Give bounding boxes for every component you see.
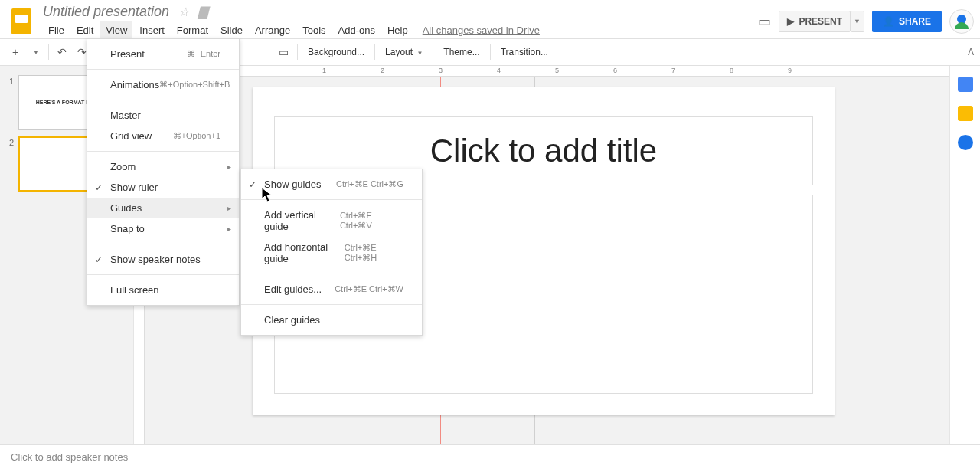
menu-tools[interactable]: Tools: [297, 21, 331, 39]
menu-animations[interactable]: Animations ⌘+Option+Shift+B: [87, 74, 239, 95]
undo-button[interactable]: ↶: [53, 43, 71, 61]
present-button[interactable]: ▶ PRESENT: [779, 11, 851, 32]
share-icon: 👤: [883, 16, 894, 27]
new-slide-button[interactable]: +: [6, 43, 24, 61]
present-dropdown[interactable]: ▼: [851, 11, 864, 32]
menu-guides[interactable]: Guides ▸: [87, 198, 239, 218]
menu-zoom[interactable]: Zoom ▸: [87, 156, 239, 177]
menu-clear-guides[interactable]: Clear guides: [241, 310, 422, 330]
menu-addons[interactable]: Add-ons: [333, 21, 381, 39]
play-icon: ▶: [787, 16, 794, 27]
horizontal-ruler: 1 1 2 3 4 5 6 7 8 9: [145, 66, 980, 77]
tasks-icon[interactable]: [958, 135, 973, 150]
menu-slide[interactable]: Slide: [215, 21, 248, 39]
separator: [241, 274, 422, 274]
menu-file[interactable]: File: [43, 21, 70, 39]
separator: [87, 69, 239, 70]
menu-arrange[interactable]: Arrange: [250, 21, 296, 39]
separator: [241, 304, 422, 305]
menu-master[interactable]: Master: [87, 105, 239, 126]
speaker-notes[interactable]: Click to add speaker notes: [0, 444, 980, 472]
layout-button[interactable]: Layout ▼: [379, 44, 429, 61]
separator: [87, 100, 239, 100]
submenu-arrow-icon: ▸: [227, 204, 231, 212]
title-area: Untitled presentation ☆ ▇ File Edit View…: [43, 4, 758, 39]
transition-button[interactable]: Transition...: [495, 44, 554, 61]
star-icon[interactable]: ☆: [178, 5, 189, 19]
menu-help[interactable]: Help: [382, 21, 413, 39]
submenu-arrow-icon: ▸: [227, 162, 231, 171]
separator: [490, 44, 491, 60]
separator: [87, 274, 239, 275]
slides-logo[interactable]: [6, 6, 37, 37]
menu-add-horizontal-guide[interactable]: Add horizontal guide Ctrl+⌘E Ctrl+⌘H: [241, 237, 422, 269]
separator: [374, 44, 375, 60]
menu-full-screen[interactable]: Full screen: [87, 280, 239, 300]
menu-edit-guides[interactable]: Edit guides... Ctrl+⌘E Ctrl+⌘W: [241, 279, 422, 300]
move-folder-icon[interactable]: ▇: [198, 5, 207, 19]
calendar-icon[interactable]: [958, 77, 973, 92]
side-panel: [949, 66, 980, 444]
header-actions: ▭ ▶ PRESENT ▼ 👤 SHARE: [758, 9, 974, 34]
menu-speaker-notes[interactable]: ✓ Show speaker notes: [87, 249, 239, 270]
guides-submenu: ✓ Show guides Ctrl+⌘E Ctrl+⌘G Add vertic…: [240, 169, 423, 336]
share-button[interactable]: 👤 SHARE: [872, 11, 942, 32]
menu-bar: File Edit View Insert Format Slide Arran…: [43, 21, 758, 39]
check-icon: ✓: [95, 182, 103, 193]
separator: [297, 44, 298, 60]
menu-insert[interactable]: Insert: [134, 21, 170, 39]
separator: [87, 151, 239, 152]
account-avatar[interactable]: [949, 9, 974, 34]
separator: [433, 44, 433, 60]
zoom-fit-button[interactable]: ▭: [274, 43, 293, 61]
submenu-arrow-icon: ▸: [227, 225, 231, 233]
separator: [48, 44, 49, 60]
document-title[interactable]: Untitled presentation: [43, 4, 169, 20]
keep-icon[interactable]: [958, 106, 973, 121]
menu-grid-view[interactable]: Grid view ⌘+Option+1: [87, 126, 239, 146]
view-dropdown: Present ⌘+Enter Animations ⌘+Option+Shif…: [87, 38, 240, 306]
check-icon: ✓: [249, 179, 256, 190]
menu-view[interactable]: View: [100, 21, 132, 39]
background-button[interactable]: Background...: [302, 44, 371, 61]
new-slide-dropdown[interactable]: ▼: [26, 46, 44, 59]
menu-show-guides[interactable]: ✓ Show guides Ctrl+⌘E Ctrl+⌘G: [241, 174, 422, 195]
menu-format[interactable]: Format: [172, 21, 214, 39]
menu-snap-to[interactable]: Snap to ▸: [87, 218, 239, 239]
menu-edit[interactable]: Edit: [71, 21, 99, 39]
collapse-toolbar-icon[interactable]: ᐱ: [968, 47, 974, 57]
theme-button[interactable]: Theme...: [437, 44, 485, 61]
menu-add-vertical-guide[interactable]: Add vertical guide Ctrl+⌘E Ctrl+⌘V: [241, 205, 422, 237]
menu-show-ruler[interactable]: ✓ Show ruler: [87, 177, 239, 198]
separator: [241, 199, 422, 200]
menu-present[interactable]: Present ⌘+Enter: [87, 44, 239, 64]
check-icon: ✓: [95, 254, 103, 265]
drive-status[interactable]: All changes saved in Drive: [423, 25, 540, 36]
comments-icon[interactable]: ▭: [758, 13, 771, 30]
header: Untitled presentation ☆ ▇ File Edit View…: [0, 0, 980, 38]
separator: [87, 244, 239, 244]
